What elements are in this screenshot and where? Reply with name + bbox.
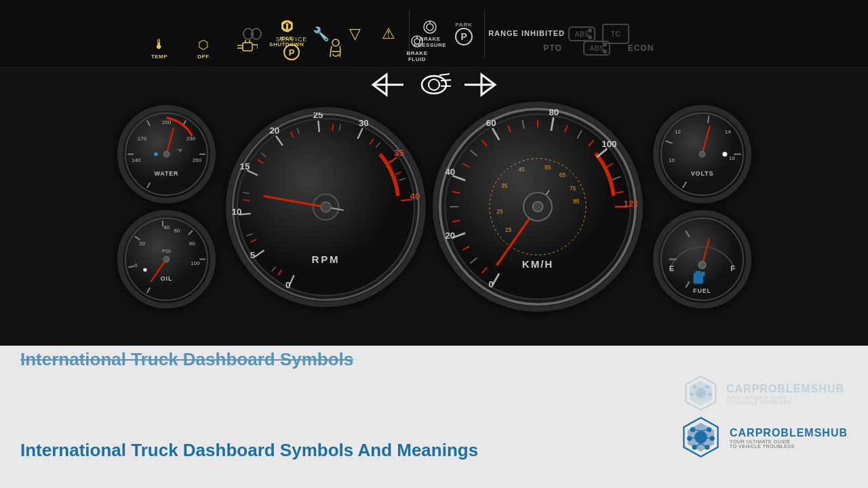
logo-text-bottom: CARPROBLEMSHUB YOUR ULTIMATE GUIDETO VEH…	[730, 426, 848, 448]
warning-engine	[231, 40, 264, 56]
svg-line-28	[439, 74, 450, 75]
logo-area: CARPROBLEMSHUB YOUR ULTIMATE GUIDETO VEH…	[679, 375, 848, 460]
svg-point-7	[588, 28, 592, 33]
svg-point-166	[722, 152, 727, 157]
svg-text:VOLTS: VOLTS	[690, 170, 713, 177]
warning-abs-bottom: ABS	[580, 39, 614, 58]
svg-text:0: 0	[285, 280, 290, 290]
warning-brake-fluid: BRAKE FLUID	[400, 34, 434, 62]
fuel-gauge: E F FUEL	[653, 210, 751, 308]
dashboard: ⏼ IDLE SHUTDOWN 🔧 ▽ ⚠ BRAKE PRESSU	[0, 0, 868, 346]
svg-text:14: 14	[724, 129, 730, 135]
svg-line-98	[243, 199, 249, 200]
gauge-area: 140 170 200 230 260 °F WATER	[0, 68, 868, 346]
svg-point-18	[414, 39, 420, 44]
left-arrow-icon	[370, 71, 407, 101]
svg-text:80: 80	[549, 107, 559, 117]
svg-text:80: 80	[189, 241, 195, 247]
warning-seatbelt	[319, 38, 353, 58]
svg-text:65: 65	[559, 171, 566, 178]
svg-line-80	[318, 120, 319, 131]
logo-bottom: CARPROBLEMSHUB YOUR ULTIMATE GUIDETO VEH…	[679, 415, 848, 460]
svg-point-22	[603, 43, 607, 47]
svg-text:25: 25	[313, 113, 323, 120]
svg-text:35: 35	[500, 182, 507, 189]
svg-text:140: 140	[131, 157, 140, 163]
svg-point-16	[332, 39, 339, 46]
headlight-icon	[417, 73, 451, 100]
svg-text:100: 100	[191, 260, 200, 266]
svg-text:60: 60	[174, 228, 180, 234]
svg-text:100: 100	[601, 139, 616, 149]
svg-text:°F: °F	[177, 148, 182, 154]
left-gauges: 140 170 200 230 260 °F WATER	[117, 105, 216, 308]
logo-text-top: CARPROBLEMSHUB YOUR ULTIMATE GUIDETO VEH…	[726, 382, 844, 404]
svg-point-46	[154, 152, 157, 156]
svg-point-181	[698, 262, 706, 269]
logo-hex-icon-top	[682, 375, 719, 412]
oil-gauge: 0 20 40 60 80 100 PSI OIL	[117, 210, 216, 308]
svg-text:20: 20	[269, 125, 279, 136]
svg-text:40: 40	[163, 224, 170, 230]
warning-dpf: ⬡ DPF	[186, 37, 220, 60]
turn-signals	[370, 71, 498, 101]
svg-text:25: 25	[496, 208, 503, 215]
logo-top: CARPROBLEMSHUB YOUR ULTIMATE GUIDETO VEH…	[682, 375, 844, 412]
svg-text:0: 0	[488, 279, 493, 289]
page-title-main: International Truck Dashboard Symbols An…	[20, 440, 478, 461]
svg-line-29	[441, 80, 451, 81]
svg-text:170: 170	[137, 136, 146, 142]
svg-point-26	[422, 76, 446, 94]
right-arrow-icon	[461, 71, 498, 101]
svg-text:55: 55	[544, 164, 551, 171]
svg-text:260: 260	[192, 157, 201, 163]
svg-text:85: 85	[572, 198, 579, 205]
svg-rect-179	[702, 272, 705, 277]
svg-text:200: 200	[161, 119, 171, 125]
svg-point-48	[163, 151, 170, 157]
page-title-strikethrough: International Truck Dashboard Symbols	[20, 349, 353, 370]
svg-point-168	[699, 151, 705, 157]
svg-text:OIL: OIL	[160, 275, 172, 282]
svg-point-107	[320, 201, 330, 211]
svg-text:20: 20	[445, 230, 455, 241]
warning-service: SERVICE P	[275, 36, 309, 60]
svg-text:40: 40	[410, 191, 420, 201]
svg-text:16: 16	[729, 155, 735, 161]
svg-point-3	[427, 24, 433, 30]
speed-gauge: 0 20 40 60 80 100	[433, 102, 643, 312]
warning-row-2: 🌡 TEMP ⬡ DPF SERVI	[142, 34, 658, 62]
rpm-gauge: 0 5 10 15 20 25	[226, 107, 426, 307]
svg-text:30: 30	[358, 117, 368, 127]
svg-text:60: 60	[486, 118, 496, 128]
svg-text:15: 15	[239, 161, 250, 171]
svg-point-64	[143, 268, 146, 271]
svg-text:75: 75	[569, 185, 576, 192]
svg-text:15: 15	[505, 226, 511, 233]
svg-point-23	[603, 49, 607, 54]
page-bottom: International Truck Dashboard Symbols In…	[0, 346, 868, 488]
volts-gauge: 10 12 14 16 VOLTS	[653, 105, 751, 203]
svg-text:35: 35	[394, 147, 404, 157]
svg-text:230: 230	[186, 136, 195, 142]
svg-text:FUEL: FUEL	[693, 287, 711, 294]
svg-text:WATER: WATER	[154, 170, 178, 177]
svg-text:10: 10	[231, 206, 241, 216]
svg-point-66	[163, 256, 170, 262]
svg-point-155	[532, 201, 542, 211]
svg-text:40: 40	[445, 167, 455, 177]
svg-text:5: 5	[250, 250, 254, 260]
svg-text:RPM: RPM	[311, 253, 340, 265]
svg-rect-178	[695, 271, 701, 274]
svg-text:E: E	[669, 264, 674, 272]
svg-rect-177	[693, 273, 703, 284]
svg-rect-9	[243, 43, 252, 51]
svg-text:0: 0	[134, 262, 138, 268]
svg-text:KM/H: KM/H	[521, 258, 553, 270]
svg-text:120: 120	[623, 199, 637, 209]
svg-line-101	[332, 124, 333, 130]
logo-hex-icon-bottom	[679, 415, 723, 460]
svg-text:PSI: PSI	[162, 248, 171, 254]
svg-text:12: 12	[675, 129, 681, 135]
svg-point-27	[429, 79, 439, 90]
